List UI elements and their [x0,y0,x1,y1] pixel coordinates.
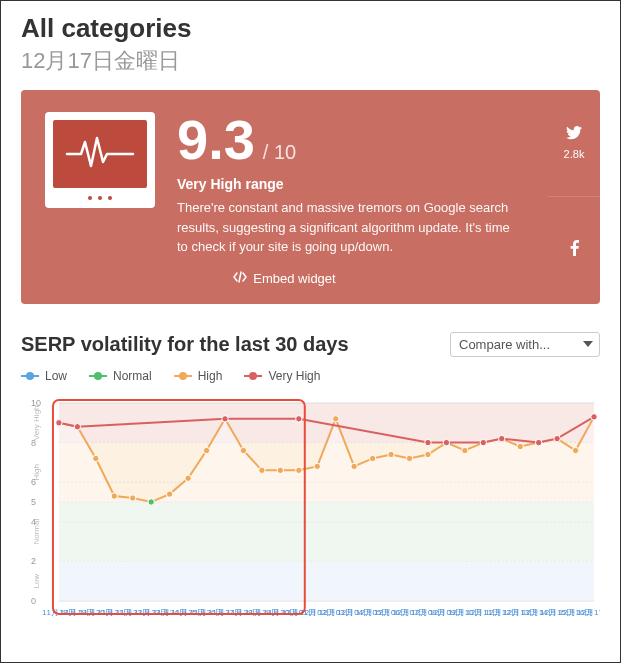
svg-point-88 [480,439,486,445]
svg-point-62 [240,447,246,453]
svg-point-85 [296,415,302,421]
svg-text:Low: Low [32,573,41,588]
svg-point-83 [74,423,80,429]
svg-point-64 [277,467,283,473]
svg-point-91 [554,435,560,441]
svg-point-86 [425,439,431,445]
svg-point-65 [296,467,302,473]
social-column: 2.8k [548,90,600,304]
svg-point-55 [111,492,117,498]
legend-low[interactable]: Low [21,369,67,383]
score-max: / 10 [263,141,296,164]
svg-point-90 [535,439,541,445]
heartbeat-icon [53,120,147,188]
svg-point-69 [369,455,375,461]
legend-normal[interactable]: Normal [89,369,152,383]
svg-point-74 [462,447,468,453]
code-icon [233,271,247,286]
svg-point-89 [499,435,505,441]
svg-point-77 [517,443,523,449]
compare-select[interactable]: Compare with... [450,332,600,357]
svg-text:Very High: Very High [32,405,41,440]
svg-text:2: 2 [31,556,36,566]
legend-very-high[interactable]: Very High [244,369,320,383]
svg-text:12月17日: 12月17日 [577,607,600,616]
svg-point-93 [148,498,154,504]
svg-point-72 [425,451,431,457]
score-description: There're constant and massive tremors on… [177,198,524,257]
svg-text:6: 6 [31,477,36,487]
score-range-label: Very High range [177,176,524,192]
svg-point-58 [166,490,172,496]
chart-title: SERP volatility for the last 30 days [21,333,349,356]
svg-point-87 [443,439,449,445]
volatility-icon-box [45,112,155,208]
twitter-count: 2.8k [564,148,585,160]
volatility-chart[interactable]: LowNormalHighVery High0245681011月18日11月1… [21,397,600,621]
svg-point-82 [56,419,62,425]
svg-point-63 [259,467,265,473]
facebook-icon [570,240,579,260]
svg-point-71 [406,455,412,461]
embed-widget-button[interactable]: Embed widget [45,257,524,288]
embed-label: Embed widget [253,271,335,286]
svg-text:8: 8 [31,437,36,447]
svg-point-92 [591,413,597,419]
page-title: All categories [21,13,600,44]
svg-point-70 [388,451,394,457]
svg-point-80 [572,447,578,453]
score-number: 9.3 [177,112,255,168]
svg-text:10: 10 [31,397,41,407]
svg-point-66 [314,463,320,469]
score-card: 9.3 / 10 Very High range There're consta… [21,90,600,304]
icon-dots [88,194,112,200]
svg-point-56 [130,494,136,500]
chart-legend: Low Normal High Very High [21,369,600,383]
svg-text:4: 4 [31,516,36,526]
svg-point-67 [333,415,339,421]
legend-high[interactable]: High [174,369,223,383]
svg-text:5: 5 [31,496,36,506]
twitter-icon [566,126,582,144]
svg-point-84 [222,415,228,421]
twitter-share-button[interactable]: 2.8k [548,90,600,197]
svg-point-54 [93,455,99,461]
svg-point-68 [351,463,357,469]
page-date: 12月17日金曜日 [21,46,600,76]
svg-point-60 [203,447,209,453]
svg-text:0: 0 [31,595,36,605]
svg-point-59 [185,475,191,481]
facebook-share-button[interactable] [548,197,600,303]
